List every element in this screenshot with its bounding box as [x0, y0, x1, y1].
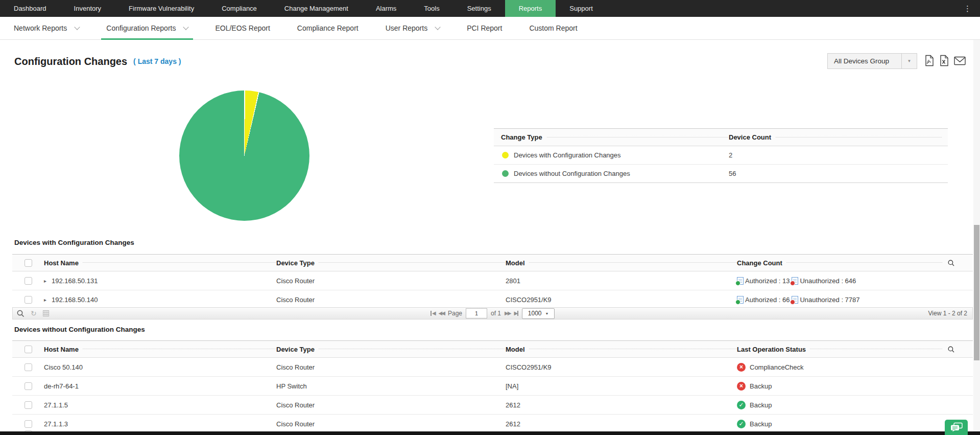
device-type: Cisco Router: [276, 296, 506, 304]
unauthorized-gear-icon: [790, 281, 795, 286]
table-header-row: Host Name Device Type Model Last Operati…: [12, 340, 973, 358]
expand-row-icon[interactable]: ▸: [44, 278, 46, 284]
select-all-checkbox[interactable]: [25, 259, 32, 267]
export-pdf-icon[interactable]: [924, 55, 934, 66]
top-navigation: Dashboard Inventory Firmware Vulnerabili…: [0, 0, 980, 17]
device-type: Cisco Router: [276, 401, 506, 409]
col-model: Model: [506, 259, 529, 267]
legend-row: Devices with Configuration Changes 2: [494, 146, 948, 164]
tab-label: Compliance Report: [297, 24, 358, 32]
table-header-row: Host Name Device Type Model Change Count: [12, 254, 973, 271]
last-operation-status: Backup: [750, 382, 772, 390]
host-name: 192.168.50.131: [52, 277, 98, 285]
device-type: Cisco Router: [276, 363, 506, 371]
tab-label: EOL/EOS Report: [215, 24, 270, 32]
authorized-config-icon: [737, 277, 744, 285]
host-name: 192.168.50.140: [52, 296, 98, 304]
export-excel-icon[interactable]: [939, 55, 949, 66]
nav-reports[interactable]: Reports: [505, 0, 556, 17]
nav-settings[interactable]: Settings: [453, 0, 505, 17]
col-device-type: Device Type: [276, 346, 319, 353]
chart-legend-table: Change Type Device Count Devices with Co…: [494, 128, 948, 183]
expand-row-icon[interactable]: ▸: [44, 297, 46, 303]
row-checkbox[interactable]: [25, 277, 32, 285]
page-number-input[interactable]: [466, 308, 487, 318]
unauthorized-count: Unauthorized : 7787: [800, 296, 859, 304]
nav-change-management[interactable]: Change Management: [271, 0, 362, 17]
report-period-link[interactable]: ( Last 7 days ): [133, 57, 181, 65]
chevron-down-icon: [183, 24, 189, 30]
last-operation-status: ComplianceCheck: [750, 363, 804, 371]
authorized-count: Authorized : 66: [745, 296, 790, 304]
row-checkbox[interactable]: [25, 363, 32, 371]
row-checkbox[interactable]: [25, 420, 32, 428]
row-checkbox[interactable]: [25, 401, 32, 409]
legend-count: 2: [729, 151, 948, 159]
live-chat-button[interactable]: [945, 420, 968, 435]
last-operation-status: Backup: [750, 420, 772, 428]
last-operation-status: Backup: [750, 401, 772, 409]
unauthorized-gear-icon: [790, 300, 795, 305]
unauthorized-count: Unauthorized : 646: [800, 277, 856, 285]
legend-row: Devices without Configuration Changes 56: [494, 164, 948, 182]
page-size-select[interactable]: 1000 ▼: [522, 308, 555, 319]
status-fail-icon: ×: [737, 363, 746, 372]
nav-dashboard[interactable]: Dashboard: [0, 0, 60, 17]
nav-inventory[interactable]: Inventory: [60, 0, 115, 17]
first-page-icon[interactable]: ◀: [431, 311, 435, 316]
select-all-checkbox[interactable]: [25, 346, 32, 353]
legend-label: Devices without Configuration Changes: [514, 170, 630, 177]
chevron-down-icon: [75, 24, 80, 30]
table-row: ▸ 192.168.50.131 Cisco Router 2801 Autho…: [12, 271, 973, 290]
col-device-type: Device Type: [276, 259, 319, 267]
page-size-value: 1000: [528, 310, 542, 317]
tab-custom-report[interactable]: Custom Report: [524, 17, 582, 39]
table-search-icon[interactable]: [946, 346, 957, 353]
tab-label: Configuration Reports: [106, 24, 176, 32]
tab-pci-report[interactable]: PCI Report: [462, 17, 507, 39]
model: 2612: [506, 420, 737, 428]
legend-col-device-count: Device Count: [729, 133, 775, 141]
device-group-selector[interactable]: All Devices Group ▼: [827, 53, 917, 69]
tab-eol-eos-report[interactable]: EOL/EOS Report: [210, 17, 275, 39]
device-type: HP Switch: [276, 382, 506, 390]
tab-label: Network Reports: [14, 24, 67, 32]
tab-user-reports[interactable]: User Reports: [380, 17, 445, 39]
nav-firmware-vulnerability[interactable]: Firmware Vulnerability: [115, 0, 208, 17]
tab-label: PCI Report: [467, 24, 502, 32]
host-name: 27.1.1.3: [44, 420, 68, 428]
col-change-count: Change Count: [737, 259, 786, 267]
overflow-menu-icon[interactable]: ⋮: [955, 0, 980, 17]
row-checkbox[interactable]: [25, 382, 32, 390]
legend-header-row: Change Type Device Count: [494, 129, 948, 146]
reports-sub-navigation: Network Reports Configuration Reports EO…: [0, 17, 980, 40]
host-name: de-rh7-64-1: [44, 382, 79, 390]
next-page-icon[interactable]: ▶▶: [505, 311, 510, 316]
nav-alarms[interactable]: Alarms: [362, 0, 410, 17]
last-page-icon[interactable]: ▶: [514, 311, 518, 316]
section-title-without-changes: Devices without Configuration Changes: [14, 326, 145, 333]
app-window: Dashboard Inventory Firmware Vulnerabili…: [0, 0, 980, 435]
page-scrollbar-thumb[interactable]: [974, 225, 979, 360]
status-ok-icon: ✓: [737, 401, 746, 409]
device-type: Cisco Router: [276, 420, 506, 428]
dropdown-arrow-icon: ▼: [545, 312, 548, 315]
legend-swatch-with-changes: [502, 152, 509, 158]
table-row: 27.1.1.3 Cisco Router 2612 ✓ Backup: [12, 415, 973, 433]
email-report-icon[interactable]: [954, 56, 966, 65]
table-search-icon[interactable]: [946, 260, 957, 266]
previous-page-icon[interactable]: ◀◀: [439, 311, 444, 316]
nav-compliance[interactable]: Compliance: [208, 0, 271, 17]
nav-tools[interactable]: Tools: [410, 0, 453, 17]
authorized-config-icon: [737, 296, 744, 304]
status-ok-icon: ✓: [737, 420, 746, 428]
pie-chart: [179, 90, 309, 221]
tab-network-reports[interactable]: Network Reports: [9, 17, 84, 39]
nav-support[interactable]: Support: [556, 0, 607, 17]
table-row: 27.1.1.5 Cisco Router 2612 ✓ Backup: [12, 396, 973, 415]
table-row: de-rh7-64-1 HP Switch [NA] × Backup: [12, 377, 973, 396]
tab-label: Custom Report: [529, 24, 577, 32]
tab-configuration-reports[interactable]: Configuration Reports: [101, 17, 193, 39]
tab-compliance-report[interactable]: Compliance Report: [292, 17, 364, 39]
row-checkbox[interactable]: [25, 296, 32, 304]
